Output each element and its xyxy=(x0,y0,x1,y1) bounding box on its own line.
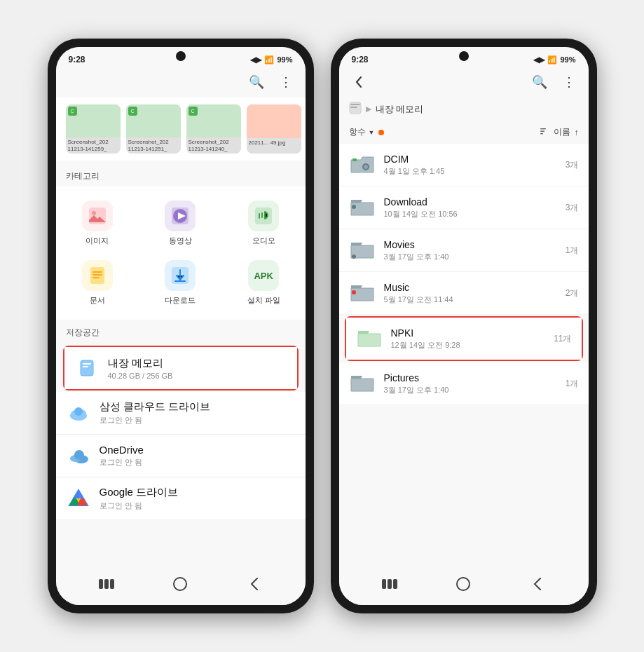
svg-point-39 xyxy=(352,254,356,259)
folder-music-name: Music xyxy=(384,282,557,293)
menu-button-2[interactable]: ⋮ xyxy=(559,72,579,92)
folder-dcim-info: DCIM 4월 1일 오후 1:45 xyxy=(384,154,557,177)
cat-document[interactable]: 문서 xyxy=(56,253,139,313)
svg-rect-29 xyxy=(110,579,114,589)
svg-rect-43 xyxy=(393,579,397,589)
folder-npki-name: NPKI xyxy=(391,327,546,339)
folder-pictures-info: Pictures 3월 17일 오후 1:40 xyxy=(384,372,557,395)
folder-pictures-count: 1개 xyxy=(566,378,579,390)
scroll-area-1[interactable]: C Screenshot_202 11213-141259_ C Screens… xyxy=(56,97,306,567)
folder-music-date: 5월 17일 오전 11:44 xyxy=(384,294,557,305)
notch-2 xyxy=(459,51,469,61)
thumb-preview-4 xyxy=(247,104,301,138)
storage-item-samsung-cloud[interactable]: 삼성 클라우드 드라이브 로그인 안 됨 xyxy=(56,392,306,435)
folder-dcim[interactable]: DCIM 4월 1일 오후 1:45 3개 xyxy=(339,144,589,186)
recent-thumb-2[interactable]: C Screenshot_202 11213-141251_ xyxy=(126,104,181,154)
screen-2: 9:28 ◀▶ 📶 99% 🔍 ⋮ xyxy=(339,47,589,605)
sort-label[interactable]: 이름 xyxy=(554,126,570,138)
folder-dcim-name: DCIM xyxy=(384,154,557,165)
folder-music-info: Music 5월 17일 오전 11:44 xyxy=(384,282,557,305)
search-button-1[interactable]: 🔍 xyxy=(247,72,266,92)
svg-rect-8 xyxy=(93,274,102,276)
folder-pictures[interactable]: Pictures 3월 17일 오후 1:40 1개 xyxy=(339,362,589,405)
svg-point-38 xyxy=(352,205,356,209)
filter-row: 항수 ▼ xyxy=(349,126,385,138)
cat-image-icon xyxy=(82,201,113,231)
folder-npki-info: NPKI 12월 14일 오전 9:28 xyxy=(391,327,546,351)
filter-label[interactable]: 항수 ▼ xyxy=(349,126,375,138)
cat-video[interactable]: 동영상 xyxy=(139,193,222,253)
folder-npki: NPKI 12월 14일 오전 9:28 11개 xyxy=(346,318,582,360)
cat-image[interactable]: 이미지 xyxy=(56,193,139,253)
thumb-label-1: Screenshot_202 11213-141259_ xyxy=(66,137,121,154)
signal-icon-2: ◀▶ xyxy=(533,55,544,64)
storage-item-internal-memory[interactable]: 내장 메모리 40.28 GB / 256 GB xyxy=(63,346,299,390)
recent-thumb-3[interactable]: C Screenshot_202 11213-141240_ xyxy=(186,104,241,154)
folder-music-count: 2개 xyxy=(566,287,579,299)
folder-dcim-date: 4월 1일 오후 1:45 xyxy=(384,166,557,177)
cat-audio[interactable]: 오디오 xyxy=(222,193,306,253)
cat-audio-label: 오디오 xyxy=(252,236,275,246)
nav-back-2[interactable] xyxy=(526,574,549,594)
back-button-2[interactable] xyxy=(349,72,369,92)
folder-download-info: Download 10월 14일 오전 10:56 xyxy=(384,196,557,219)
nav-home-2[interactable] xyxy=(452,574,474,594)
nav-home-1[interactable] xyxy=(169,574,191,594)
folder-movies[interactable]: Movies 3월 17일 오후 1:40 1개 xyxy=(339,229,589,272)
folder-movies-name: Movies xyxy=(384,239,557,250)
folder-movies-icon xyxy=(349,237,376,264)
nav-menu-2[interactable] xyxy=(378,574,401,594)
time-2: 9:28 xyxy=(352,55,369,64)
wifi-icon-2: 📶 xyxy=(547,55,557,64)
recent-thumb-1[interactable]: C Screenshot_202 11213-141259_ xyxy=(66,104,121,154)
thumb-label-4: 20211... 49.jpg xyxy=(247,138,301,148)
svg-rect-5 xyxy=(255,208,272,224)
nav-back-1[interactable] xyxy=(243,574,266,594)
internal-memory-icon xyxy=(74,355,100,381)
svg-rect-37 xyxy=(352,158,357,161)
storage-item-google-drive[interactable]: Google 드라이브 로그인 안 됨 xyxy=(56,477,306,520)
status-icons-2: ◀▶ 📶 99% xyxy=(533,55,575,64)
folder-music[interactable]: Music 5월 17일 오전 11:44 2개 xyxy=(339,272,589,315)
cat-image-label: 이미지 xyxy=(85,236,109,246)
svg-rect-12 xyxy=(81,360,93,376)
search-button-2[interactable]: 🔍 xyxy=(530,72,549,92)
storage-item-onedrive[interactable]: OneDrive 로그인 안 됨 xyxy=(56,435,306,477)
scroll-area-2[interactable]: DCIM 4월 1일 오후 1:45 3개 Download 10월 14일 오… xyxy=(339,144,589,567)
svg-rect-7 xyxy=(93,271,102,273)
svg-rect-32 xyxy=(540,128,546,130)
thumb-label-3: Screenshot_202 11213-141240_ xyxy=(186,137,241,154)
folder-download[interactable]: Download 10월 14일 오전 10:56 3개 xyxy=(339,186,589,229)
thumb-preview-1: C xyxy=(66,104,121,137)
svg-marker-26 xyxy=(74,490,83,498)
onedrive-name: OneDrive xyxy=(100,444,296,456)
nav-menu-1[interactable] xyxy=(95,574,118,594)
phone-1: 9:28 ◀▶ 📶 99% 🔍 ⋮ C xyxy=(48,39,314,613)
sort-icon xyxy=(540,127,549,138)
folder-movies-info: Movies 3월 17일 오후 1:40 xyxy=(384,239,557,262)
recent-thumb-4[interactable]: 20211... 49.jpg xyxy=(247,104,301,154)
folder-download-icon xyxy=(349,194,376,221)
menu-button-1[interactable]: ⋮ xyxy=(276,72,296,92)
signal-icon: ◀▶ xyxy=(250,55,261,64)
svg-point-18 xyxy=(74,407,83,416)
google-drive-icon xyxy=(66,486,91,511)
app-bar-left-2 xyxy=(349,72,520,92)
sort-arrow[interactable]: ↑ xyxy=(575,128,579,137)
cat-download[interactable]: 다운로드 xyxy=(139,253,222,313)
breadcrumb-home-icon xyxy=(349,102,362,116)
svg-point-30 xyxy=(174,578,186,590)
folder-npki-date: 12월 14일 오전 9:28 xyxy=(391,340,546,351)
storage-row-internal: 내장 메모리 40.28 GB / 256 GB xyxy=(64,347,297,389)
notch-1 xyxy=(176,51,186,61)
folder-npki-wrapper[interactable]: NPKI 12월 14일 오전 9:28 11개 xyxy=(345,316,583,361)
svg-rect-9 xyxy=(93,277,100,278)
cat-apk[interactable]: APK 설치 파일 xyxy=(222,253,306,313)
status-icons-1: ◀▶ 📶 99% xyxy=(250,55,292,64)
breadcrumb-2: ▶ 내장 메모리 xyxy=(339,97,589,121)
breadcrumb-path: 내장 메모리 xyxy=(376,103,424,116)
cat-download-label: 다운로드 xyxy=(165,295,196,306)
svg-rect-13 xyxy=(83,363,91,365)
app-bar-1: 🔍 ⋮ xyxy=(56,69,306,97)
google-drive-name: Google 드라이브 xyxy=(100,486,296,499)
